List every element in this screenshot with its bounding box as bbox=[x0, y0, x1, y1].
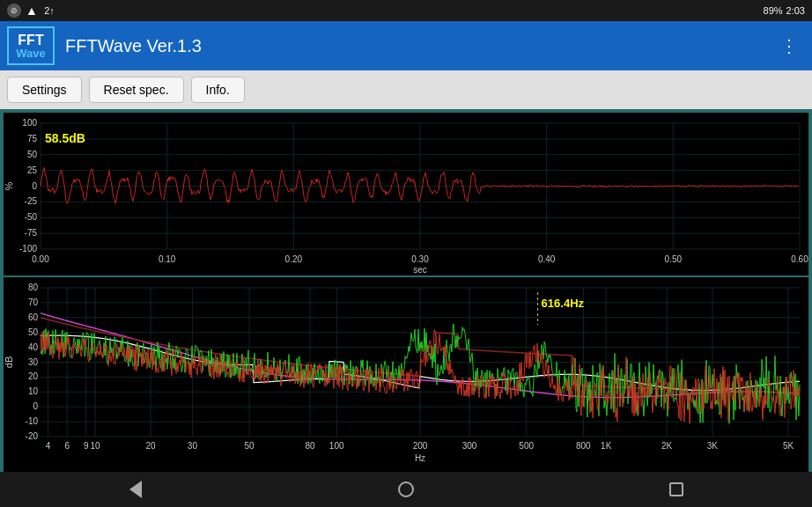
logo-top: FFT bbox=[18, 33, 43, 48]
logo-bottom: Wave bbox=[16, 48, 45, 59]
app-title: FFTWave Ver.1.3 bbox=[65, 36, 773, 56]
button-bar: Settings Reset spec. Info. bbox=[0, 70, 812, 109]
recents-icon bbox=[669, 482, 683, 496]
wave-canvas bbox=[4, 113, 808, 276]
clock: 2:03 bbox=[786, 5, 805, 16]
recents-button[interactable] bbox=[650, 476, 703, 503]
wave-chart-container bbox=[4, 113, 808, 276]
navigation-bar bbox=[0, 472, 812, 507]
title-bar: FFT Wave FFTWave Ver.1.3 ⋮ bbox=[0, 21, 812, 70]
wifi-icon: ⊘ bbox=[7, 4, 21, 18]
network-icon: ▲ bbox=[25, 4, 39, 18]
info-button[interactable]: Info. bbox=[191, 77, 245, 103]
app-logo: FFT Wave bbox=[7, 26, 55, 65]
charts-area bbox=[0, 109, 812, 472]
overflow-menu-button[interactable]: ⋮ bbox=[773, 28, 805, 63]
battery-percent: 89% bbox=[764, 5, 783, 16]
fft-canvas bbox=[4, 277, 808, 465]
back-icon bbox=[129, 481, 142, 498]
fft-chart-container bbox=[4, 277, 808, 472]
back-button[interactable] bbox=[109, 476, 162, 503]
home-button[interactable] bbox=[380, 476, 432, 503]
status-bar-right: 89% 2:03 bbox=[764, 5, 805, 16]
status-bar-left: ⊘ ▲ 2↑ bbox=[7, 4, 56, 18]
status-bar: ⊘ ▲ 2↑ 89% 2:03 bbox=[0, 0, 812, 21]
home-icon bbox=[398, 481, 414, 497]
settings-button[interactable]: Settings bbox=[7, 77, 82, 103]
signal-icon: 2↑ bbox=[42, 4, 56, 18]
reset-spec-button[interactable]: Reset spec. bbox=[89, 77, 184, 103]
